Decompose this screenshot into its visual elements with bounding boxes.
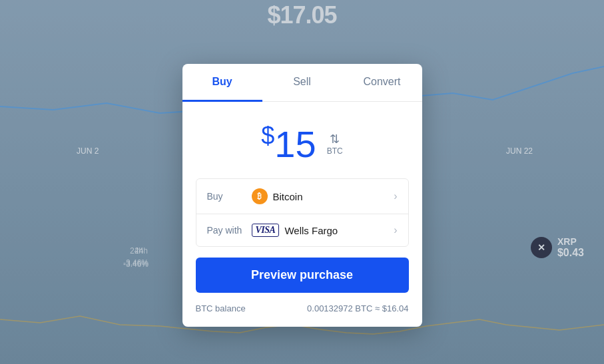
balance-values: 0.00132972 BTC ≈ $16.04 [307,303,408,313]
balance-info: BTC balance 0.00132972 BTC ≈ $16.04 [182,303,422,327]
buy-label: Buy [207,191,244,202]
visa-logo: VISA [252,224,280,237]
options-section: Buy ₿ Bitcoin › Pay with VISA Wel [196,178,409,247]
approx-fiat: ≈ $16.04 [375,303,409,313]
btc-amount: 0.00132972 BTC [307,303,372,313]
amount-section: $15 ⇅ BTC [182,102,422,179]
pay-label: Pay with [207,225,244,236]
asset-name: Bitcoin [273,191,303,202]
modal-overlay: Buy Sell Convert $15 ⇅ BTC Buy ₿ [0,0,604,364]
buy-asset-row[interactable]: Buy ₿ Bitcoin › [196,179,408,214]
pay-with-row[interactable]: Pay with VISA Wells Fargo › [196,214,408,246]
bank-name: Wells Fargo [284,225,338,236]
balance-label: BTC balance [196,303,246,313]
tab-sell[interactable]: Sell [262,64,342,102]
payment-value: VISA Wells Fargo [252,224,338,237]
dollar-sign: $ [261,122,274,149]
buy-chevron-icon: › [394,190,397,202]
tab-buy[interactable]: Buy [182,64,262,102]
tab-bar: Buy Sell Convert [182,64,422,102]
amount-number: 15 [274,122,316,164]
pay-with-left: Pay with VISA Wells Fargo [207,224,338,237]
swap-arrows-icon: ⇅ [330,132,340,146]
btc-symbol: ₿ [257,192,262,201]
buy-asset-left: Buy ₿ Bitcoin [207,188,303,204]
pay-chevron-icon: › [394,224,397,236]
currency-label: BTC [327,146,343,156]
currency-switcher[interactable]: ⇅ BTC [327,132,343,156]
bitcoin-icon: ₿ [252,188,268,204]
tab-convert[interactable]: Convert [342,64,422,102]
asset-value: ₿ Bitcoin [252,188,303,204]
amount-display: $15 [261,122,316,166]
trade-modal: Buy Sell Convert $15 ⇅ BTC Buy ₿ [182,64,422,327]
preview-purchase-button[interactable]: Preview purchase [196,258,409,293]
